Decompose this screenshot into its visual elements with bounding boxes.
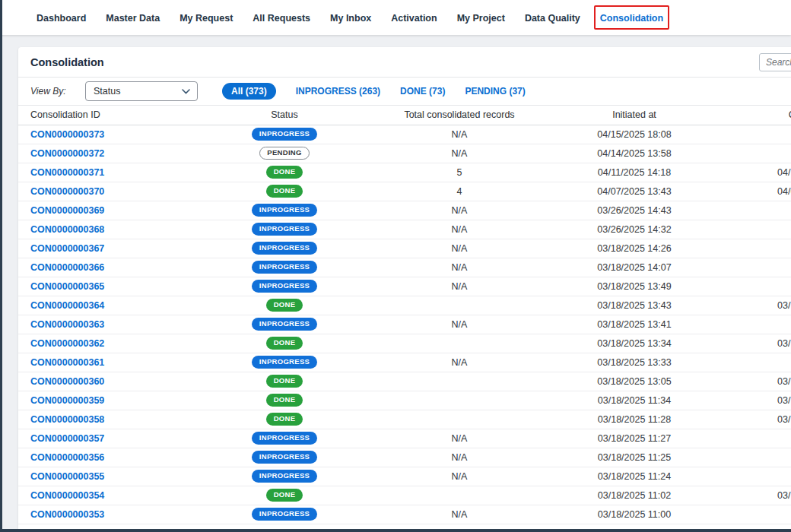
nav-item-dashboard[interactable]: Dashboard bbox=[37, 13, 86, 24]
consolidation-id-link[interactable]: CON0000000369 bbox=[30, 205, 104, 216]
completed-at-cell: 04/0 bbox=[718, 182, 791, 201]
completed-at-cell bbox=[718, 277, 791, 296]
filter-tab-pending-37[interactable]: PENDING (37) bbox=[465, 86, 525, 97]
table-row: CON0000000364DONE03/18/2025 13:4303/ bbox=[18, 296, 791, 315]
column-header-status: Status bbox=[201, 106, 368, 125]
nav-item-data-quality[interactable]: Data Quality bbox=[525, 13, 580, 24]
consolidation-id-link[interactable]: CON0000000358 bbox=[30, 414, 104, 425]
table-row: CON0000000360DONE03/18/2025 13:0503/ bbox=[18, 372, 791, 391]
status-cell: DONE bbox=[201, 163, 368, 182]
consolidation-id-link[interactable]: CON0000000365 bbox=[30, 281, 104, 292]
filter-tab-inprogress-263[interactable]: INPROGRESS (263) bbox=[296, 86, 380, 97]
completed-at-cell bbox=[718, 315, 791, 334]
status-badge: INPROGRESS bbox=[252, 261, 317, 273]
consolidation-id-link[interactable]: CON0000000370 bbox=[30, 186, 104, 197]
table-header-row: Consolidation IDStatusTotal consolidated… bbox=[18, 106, 791, 125]
search-input[interactable] bbox=[759, 53, 791, 71]
completed-at-cell bbox=[718, 467, 791, 486]
initiated-at-cell: 03/18/2025 13:49 bbox=[551, 277, 718, 296]
consolidation-id-link[interactable]: CON0000000368 bbox=[30, 224, 104, 235]
total-records-cell: N/A bbox=[368, 429, 551, 448]
total-records-cell: N/A bbox=[368, 277, 551, 296]
consolidation-id-link[interactable]: CON0000000353 bbox=[30, 509, 104, 520]
consolidation-id-link[interactable]: CON0000000360 bbox=[30, 376, 104, 387]
completed-at-cell bbox=[718, 429, 791, 448]
consolidation-id-cell: CON0000000355 bbox=[18, 467, 201, 486]
consolidation-id-link[interactable]: CON0000000363 bbox=[30, 319, 104, 330]
consolidation-id-cell: CON0000000369 bbox=[18, 201, 201, 220]
nav-item-master-data[interactable]: Master Data bbox=[106, 13, 160, 24]
status-cell: PENDING bbox=[201, 144, 368, 163]
consolidation-id-link[interactable]: CON0000000372 bbox=[30, 148, 104, 159]
nav-box: Master Data bbox=[100, 5, 166, 30]
completed-at-cell bbox=[718, 239, 791, 258]
status-cell: DONE bbox=[201, 372, 368, 391]
consolidation-id-link[interactable]: CON0000000356 bbox=[30, 452, 104, 463]
total-records-cell bbox=[368, 334, 551, 353]
status-badge: INPROGRESS bbox=[252, 204, 317, 216]
total-records-cell: N/A bbox=[368, 448, 551, 467]
completed-at-cell bbox=[718, 220, 791, 239]
consolidation-id-link[interactable]: CON0000000367 bbox=[30, 243, 104, 254]
window-edge-bottom bbox=[0, 529, 791, 532]
consolidation-id-cell: CON0000000356 bbox=[18, 448, 201, 467]
total-records-cell bbox=[368, 372, 551, 391]
table-row: CON0000000367INPROGRESSN/A03/18/2025 14:… bbox=[18, 239, 791, 258]
total-records-cell bbox=[368, 486, 551, 505]
status-cell: INPROGRESS bbox=[201, 353, 368, 372]
filter-tab-all-373[interactable]: All (373) bbox=[222, 83, 276, 100]
total-records-cell: N/A bbox=[368, 467, 551, 486]
consolidation-id-link[interactable]: CON0000000362 bbox=[30, 338, 104, 349]
nav-item-all-requests[interactable]: All Requests bbox=[253, 13, 310, 24]
completed-at-cell: 03/ bbox=[718, 486, 791, 505]
consolidation-id-link[interactable]: CON0000000371 bbox=[30, 167, 104, 178]
consolidation-id-link[interactable]: CON0000000364 bbox=[30, 300, 104, 311]
total-records-cell: N/A bbox=[368, 220, 551, 239]
status-cell: INPROGRESS bbox=[201, 239, 368, 258]
total-records-cell: N/A bbox=[368, 239, 551, 258]
initiated-at-cell: 03/18/2025 13:34 bbox=[551, 334, 718, 353]
column-header-completed-at: Completed at bbox=[718, 106, 791, 125]
view-by-selected-value: Status bbox=[94, 86, 120, 97]
status-cell: DONE bbox=[201, 410, 368, 429]
table-row: CON0000000371DONE504/11/2025 14:1804/ bbox=[18, 163, 791, 182]
consolidation-id-cell: CON0000000362 bbox=[18, 334, 201, 353]
status-badge: INPROGRESS bbox=[252, 356, 317, 368]
nav-item-activation[interactable]: Activation bbox=[391, 13, 437, 24]
completed-at-cell bbox=[718, 505, 791, 524]
initiated-at-cell: 03/18/2025 14:26 bbox=[551, 239, 718, 258]
consolidation-id-link[interactable]: CON0000000366 bbox=[30, 262, 104, 273]
status-badge: INPROGRESS bbox=[252, 451, 317, 463]
nav-item-my-request[interactable]: My Request bbox=[179, 13, 233, 24]
consolidation-id-link[interactable]: CON0000000355 bbox=[30, 471, 104, 482]
nav-item-consolidation[interactable]: Consolidation bbox=[600, 13, 663, 24]
top-nav: DashboardMaster DataMy RequestAll Reques… bbox=[0, 0, 791, 35]
nav-item-my-inbox[interactable]: My Inbox bbox=[330, 13, 371, 24]
nav-item-my-project[interactable]: My Project bbox=[457, 13, 505, 24]
initiated-at-cell: 03/18/2025 11:27 bbox=[551, 429, 718, 448]
consolidation-panel: Consolidation View By: Status All (373)I… bbox=[18, 47, 791, 530]
filter-tab-done-73[interactable]: DONE (73) bbox=[400, 86, 445, 97]
consolidation-id-link[interactable]: CON0000000357 bbox=[30, 433, 104, 444]
table-row: CON0000000354DONE03/18/2025 11:0203/ bbox=[18, 486, 791, 505]
consolidation-id-link[interactable]: CON0000000361 bbox=[30, 357, 104, 368]
table-row: CON0000000359DONE03/18/2025 11:3403/ bbox=[18, 391, 791, 410]
view-by-dropdown[interactable]: Status bbox=[85, 81, 198, 101]
column-header-consolidation-id: Consolidation ID bbox=[18, 106, 201, 125]
consolidation-id-cell: CON0000000368 bbox=[18, 220, 201, 239]
table-row: CON0000000353INPROGRESSN/A03/18/2025 11:… bbox=[18, 505, 791, 524]
completed-at-cell: 03/ bbox=[718, 334, 791, 353]
consolidation-id-link[interactable]: CON0000000373 bbox=[30, 129, 104, 140]
consolidation-id-cell: CON0000000360 bbox=[18, 372, 201, 391]
table-row: CON0000000366INPROGRESSN/A03/18/2025 14:… bbox=[18, 258, 791, 277]
consolidation-id-link[interactable]: CON0000000359 bbox=[30, 395, 104, 406]
status-cell: INPROGRESS bbox=[201, 277, 368, 296]
consolidation-id-link[interactable]: CON0000000354 bbox=[30, 490, 104, 501]
chevron-down-icon bbox=[182, 89, 190, 94]
status-cell: INPROGRESS bbox=[201, 467, 368, 486]
table-row: CON0000000362DONE03/18/2025 13:3403/ bbox=[18, 334, 791, 353]
page-title: Consolidation bbox=[30, 56, 104, 68]
consolidation-id-cell: CON0000000367 bbox=[18, 239, 201, 258]
initiated-at-cell: 04/14/2025 13:58 bbox=[551, 144, 718, 163]
total-records-cell: 5 bbox=[368, 163, 551, 182]
